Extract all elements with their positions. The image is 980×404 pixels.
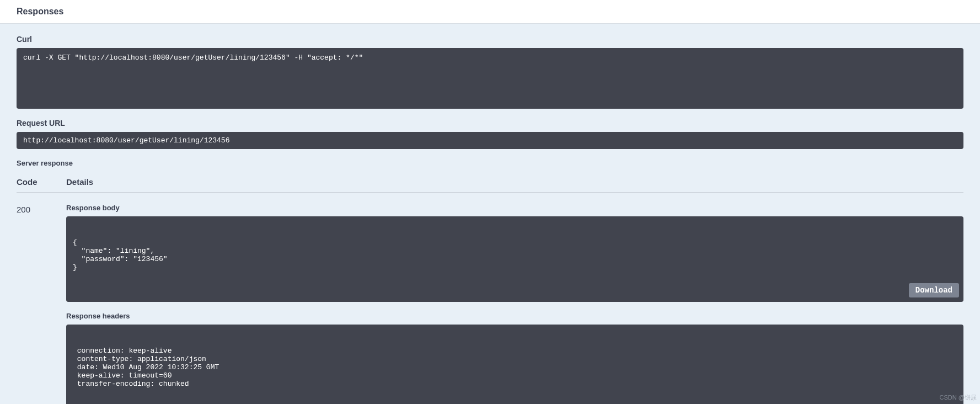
response-body-label: Response body [66, 204, 963, 212]
request-url-label: Request URL [17, 119, 963, 127]
response-body-text: { "name": "lining", "password": "123456"… [73, 238, 957, 272]
column-details-header: Details [66, 177, 963, 187]
response-body-block[interactable]: { "name": "lining", "password": "123456"… [66, 216, 963, 302]
watermark: CSDN @饼尿 [940, 394, 977, 402]
request-url-block[interactable]: http://localhost:8080/user/getUser/linin… [17, 132, 963, 149]
response-headers-label: Response headers [66, 312, 963, 320]
response-table-header: Code Details [17, 172, 963, 193]
responses-header: Responses [0, 0, 980, 24]
responses-content: Curl curl -X GET "http://localhost:8080/… [0, 24, 980, 404]
response-headers-block[interactable]: connection: keep-alive content-type: app… [66, 325, 963, 404]
response-code-value: 200 [17, 204, 66, 404]
response-details: Response body { "name": "lining", "passw… [66, 204, 963, 404]
curl-label: Curl [17, 35, 963, 44]
table-row: 200 Response body { "name": "lining", "p… [17, 193, 963, 404]
server-response-label: Server response [17, 159, 963, 167]
responses-title: Responses [17, 7, 963, 17]
curl-command-block[interactable]: curl -X GET "http://localhost:8080/user/… [17, 48, 963, 109]
column-code-header: Code [17, 177, 66, 187]
response-headers-text: connection: keep-alive content-type: app… [73, 347, 957, 388]
download-button[interactable]: Download [909, 283, 959, 297]
